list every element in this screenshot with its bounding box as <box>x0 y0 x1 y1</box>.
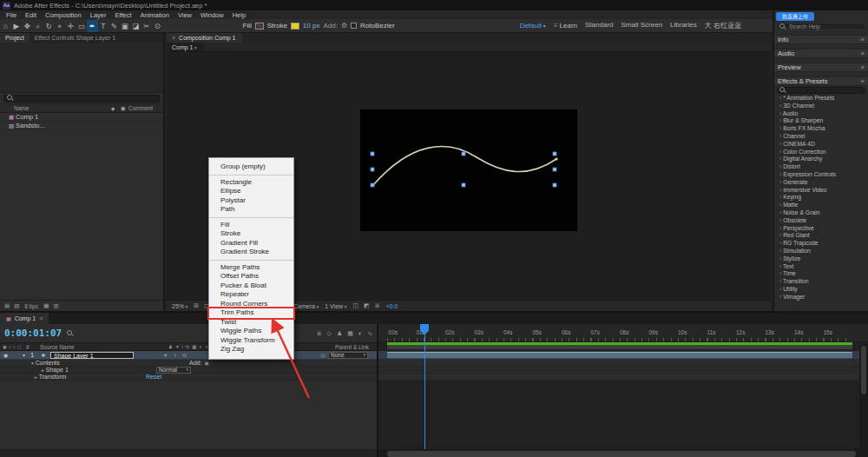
effects-category[interactable]: Digital Anarchy <box>774 156 868 163</box>
effects-category[interactable]: Immersive Video <box>774 187 868 195</box>
new-folder-icon[interactable]: ▧ <box>14 302 19 309</box>
effects-category[interactable]: Simulation <box>774 248 868 255</box>
effects-presets-header[interactable]: Effects & Presets ≡ <box>774 76 868 86</box>
effects-category[interactable]: Expression Controls <box>774 171 868 179</box>
menu-item[interactable]: Group (empty) <box>209 162 293 172</box>
menu-item[interactable]: Offset Paths <box>209 272 293 281</box>
effects-category[interactable]: CINEMA 4D <box>774 141 868 149</box>
draft-3d-icon[interactable]: ◇ <box>327 330 332 337</box>
effects-category[interactable]: Vimager <box>774 294 868 301</box>
grid-guides-icon[interactable]: ⊞ <box>194 302 199 309</box>
bit-depth-indicator[interactable]: 8 bpc <box>24 303 38 309</box>
menu-item[interactable]: Gradient Stroke <box>209 248 293 257</box>
shape-tool-icon[interactable]: ▭ <box>76 20 88 32</box>
column-comment[interactable]: Comment <box>128 105 163 111</box>
menu-item[interactable]: Stroke <box>209 229 293 239</box>
stroke-color-swatch[interactable] <box>291 23 299 30</box>
effects-category[interactable]: * Animation Presets <box>774 95 868 103</box>
column-parent-link[interactable]: Parent & Link <box>281 344 377 350</box>
menu-item[interactable]: Trim Paths <box>209 308 293 318</box>
parent-dropdown[interactable]: None▾ <box>328 352 368 359</box>
project-item[interactable]: ▨ Sandsto... <box>0 122 163 130</box>
effects-category[interactable]: Obsolete <box>774 217 868 225</box>
panel-tab[interactable]: Project <box>0 33 30 43</box>
menu-item[interactable]: Path <box>209 205 293 215</box>
panel-menu-icon[interactable]: ≡ <box>861 50 865 57</box>
playhead-handle[interactable] <box>420 324 429 335</box>
frame-blend-icon[interactable]: ▦ <box>192 344 196 349</box>
frame-blending-icon[interactable]: ▦ <box>347 330 353 337</box>
menu-item[interactable]: Help <box>228 11 250 19</box>
shy-icon[interactable]: ♟ <box>168 344 173 349</box>
stroke-width-value[interactable]: 10 px <box>303 22 320 30</box>
type-column-icon[interactable]: ◆ <box>108 105 118 111</box>
fill-color-swatch[interactable] <box>255 23 264 30</box>
selection-tool-icon[interactable]: ▶ <box>11 20 23 32</box>
horizontal-scrollbar-thumb[interactable] <box>387 451 856 457</box>
effects-category[interactable]: Noise & Grain <box>774 209 868 217</box>
quality-icon[interactable]: \ <box>182 344 184 349</box>
effects-category[interactable]: Generate <box>774 179 868 187</box>
fx-icon[interactable]: fx <box>186 344 189 349</box>
menu-item[interactable]: Composition <box>41 11 86 19</box>
clone-stamp-tool-icon[interactable]: ▣ <box>120 20 131 32</box>
effects-category[interactable]: Boris FX Mocha <box>774 125 868 133</box>
effects-category[interactable]: Utility <box>774 286 868 294</box>
panel-menu-icon[interactable]: ≡ <box>861 77 865 85</box>
effects-category[interactable]: Color Correction <box>774 149 868 156</box>
rotobezier-checkbox[interactable] <box>351 23 357 29</box>
workspace-button[interactable]: Small Screen <box>621 21 663 30</box>
workspace-button[interactable]: 大 右红蓝蓝 <box>705 21 741 30</box>
effects-category[interactable]: Red Giant <box>774 232 868 240</box>
work-area-bar[interactable] <box>387 345 852 349</box>
menu-item[interactable]: Window <box>196 11 228 19</box>
menu-item[interactable]: Wiggle Paths <box>209 327 293 336</box>
pickwhip-icon[interactable]: ◎ <box>320 352 326 359</box>
stroke-label[interactable]: Stroke <box>267 22 287 30</box>
current-time-display[interactable]: 0:00:01:07 <box>4 328 62 339</box>
frame-offset-value[interactable]: +0:0 <box>386 303 398 309</box>
panel-menu-icon[interactable]: ≡ <box>861 63 865 71</box>
workspace-learn[interactable]: Learn <box>554 22 577 30</box>
composition-tab[interactable]: ≡ Composition Comp 1 <box>167 33 242 43</box>
project-search-input[interactable] <box>3 95 160 103</box>
menu-item[interactable]: Repeater <box>209 290 293 300</box>
magnification-select[interactable]: 25% <box>172 303 187 309</box>
camera-tool-icon[interactable]: ⌖ <box>55 20 66 32</box>
shape-group-row[interactable]: ▸Shape 1 Normal▾ <box>0 367 377 374</box>
time-ruler[interactable]: :00s01s02s03s04s05s06s07s08s09s10s11s12s… <box>378 324 868 342</box>
menu-item[interactable]: File <box>2 11 21 19</box>
reset-link[interactable]: Reset <box>146 374 161 380</box>
solo-column-icon[interactable]: ○ <box>13 344 16 349</box>
pixel-aspect-icon[interactable]: ◫ <box>352 302 358 309</box>
effects-category[interactable]: Text <box>774 263 868 271</box>
blend-mode-dropdown[interactable]: Normal▾ <box>156 367 191 374</box>
horizontal-scrollbar[interactable] <box>378 449 868 457</box>
panel-tab[interactable]: Effect Controls Shape Layer 1 <box>30 33 121 43</box>
menu-item[interactable]: Gradient Fill <box>209 239 293 248</box>
effects-category[interactable]: Time <box>774 270 868 278</box>
hand-tool-icon[interactable]: ✥ <box>22 20 33 32</box>
type-tool-icon[interactable]: T <box>98 20 109 32</box>
menu-item[interactable]: Layer <box>86 11 111 19</box>
workspace-selector[interactable]: Default <box>520 22 546 30</box>
menu-item[interactable]: Round Corners <box>209 300 293 309</box>
twirl-down-icon[interactable]: ▾ <box>23 352 30 358</box>
menu-item[interactable]: View <box>174 11 196 19</box>
roto-brush-tool-icon[interactable]: ✂ <box>141 20 153 32</box>
effects-category[interactable]: Channel <box>774 133 868 141</box>
menu-item[interactable]: Animation <box>136 11 174 19</box>
effects-category[interactable]: Transition <box>774 278 868 286</box>
comp-mini-flowchart-icon[interactable]: ≣ <box>317 330 322 337</box>
vertical-scrollbar-thumb[interactable] <box>861 346 866 394</box>
audio-column-icon[interactable]: ♪ <box>9 344 11 349</box>
layer-name-field[interactable]: Shape Layer 1 <box>50 352 134 359</box>
menu-item[interactable]: Pucker & Bloat <box>209 281 293 291</box>
layer-duration-bar[interactable] <box>387 352 852 359</box>
mini-flowchart-icon[interactable]: ≣ <box>375 302 380 309</box>
menu-item[interactable]: Polystar <box>209 196 293 206</box>
adjustment-icon[interactable]: ◑ <box>205 344 207 349</box>
graph-editor-icon[interactable]: ∿ <box>367 330 372 337</box>
composition-viewport[interactable] <box>360 109 577 231</box>
fill-label[interactable]: Fill <box>243 22 252 30</box>
